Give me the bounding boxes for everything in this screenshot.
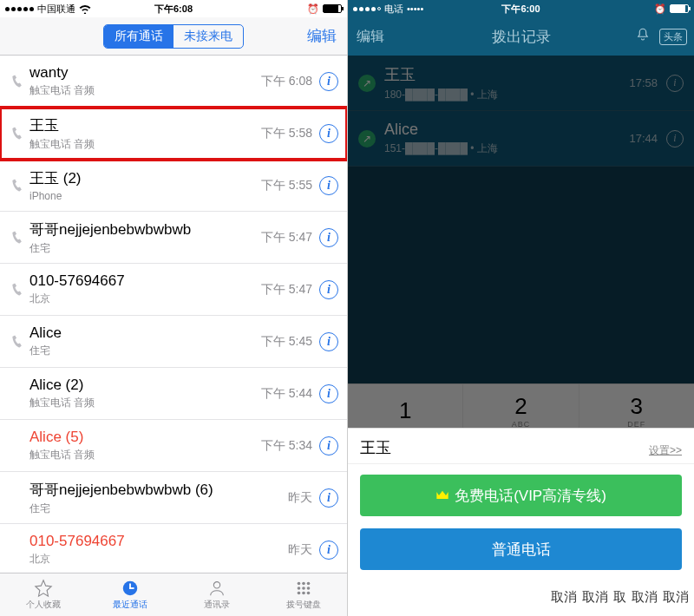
call-name: wanty: [29, 64, 261, 82]
info-button[interactable]: i: [319, 176, 338, 195]
call-row[interactable]: Alice住宅下午 5:45i: [0, 316, 347, 368]
call-subtitle: 触宝电话 音频: [29, 137, 261, 152]
info-button[interactable]: i: [319, 436, 338, 455]
normal-call-button[interactable]: 普通电话: [360, 528, 682, 570]
call-time: 下午 5:44: [261, 386, 312, 402]
call-subtitle: 北京: [29, 292, 261, 306]
cancel-button[interactable]: 取消: [551, 589, 577, 606]
info-button[interactable]: i: [319, 228, 338, 247]
call-name: Alice (2): [29, 377, 261, 394]
action-sheet: 王玉 设置>> 免费电话(VIP高清专线) 普通电话 取消取消取取消取消: [348, 428, 694, 616]
call-row[interactable]: 王玉触宝电话 音频下午 5:58i: [0, 108, 347, 160]
call-name: 哥哥nejjejenbebwbwbwb (6): [29, 480, 288, 500]
call-row[interactable]: Alice (5)触宝电话 音频下午 5:34i: [0, 420, 347, 472]
status-time: 下午6:08: [0, 3, 347, 16]
call-row[interactable]: wanty触宝电话 音频下午 6:08i: [0, 56, 347, 108]
tab-keypad[interactable]: 拨号键盘: [260, 573, 347, 616]
call-row[interactable]: 010-57694667北京昨天i: [0, 524, 347, 576]
seg-missed[interactable]: 未接来电: [174, 25, 243, 48]
bell-icon[interactable]: [635, 27, 651, 47]
outgoing-icon: [7, 335, 26, 348]
cancel-button[interactable]: 取消: [663, 589, 689, 606]
svg-point-3: [213, 582, 219, 588]
call-row[interactable]: Alice (2)触宝电话 音频下午 5:44i: [0, 368, 347, 420]
battery-icon: [323, 4, 342, 13]
svg-point-4: [298, 582, 301, 586]
status-bar: 电话 ••••• 下午6:00 ⏰: [348, 0, 694, 17]
right-phone: 电话 ••••• 下午6:00 ⏰ 编辑 拨出记录 头条 ↗王玉180-████…: [347, 0, 694, 616]
call-time: 下午 5:47: [261, 230, 312, 246]
header-title: 拨出记录: [492, 27, 551, 47]
svg-point-12: [307, 592, 311, 595]
svg-point-7: [298, 587, 301, 590]
call-time: 昨天: [288, 490, 312, 506]
call-time: 下午 5:47: [261, 282, 312, 298]
status-time: 下午6:00: [348, 3, 694, 16]
svg-point-10: [298, 592, 301, 595]
info-button[interactable]: i: [319, 280, 338, 299]
call-name: Alice (5): [29, 429, 261, 446]
call-subtitle: 住宅: [29, 241, 261, 256]
status-bar: 中国联通 下午6:08 ⏰: [0, 0, 347, 17]
call-name: 王玉 (2): [29, 168, 261, 188]
recents-header: 所有通话 未接来电 编辑: [0, 17, 347, 56]
call-subtitle: 触宝电话 音频: [29, 83, 261, 98]
call-subtitle: 北京: [29, 552, 288, 567]
svg-point-5: [302, 582, 305, 586]
info-button[interactable]: i: [319, 124, 338, 143]
tab-recents[interactable]: 最近通话: [87, 573, 174, 616]
headline-button[interactable]: 头条: [659, 29, 687, 45]
dimmed-content: ↗王玉180-████-████ • 上海17:58i↗Alice151-███…: [348, 56, 694, 437]
cancel-button[interactable]: 取消: [582, 589, 608, 606]
call-row[interactable]: 010-57694667北京下午 5:47i: [0, 264, 347, 316]
cancel-button[interactable]: 取: [613, 589, 626, 606]
tab-bar: 个人收藏 最近通话 通讯录 拨号键盘: [0, 573, 347, 616]
info-button[interactable]: i: [319, 72, 338, 91]
call-subtitle: 触宝电话 音频: [29, 448, 261, 462]
call-time: 下午 5:45: [261, 334, 312, 350]
cancel-button[interactable]: 取消: [632, 589, 658, 606]
battery-icon: [670, 4, 689, 13]
left-phone: 中国联通 下午6:08 ⏰ 所有通话 未接来电 编辑 wanty触宝电话 音频下…: [0, 0, 347, 616]
call-row[interactable]: 哥哥nejjejenbebwbwbwb住宅下午 5:47i: [0, 212, 347, 264]
cancel-row: 取消取消取取消取消: [348, 570, 694, 616]
svg-point-11: [302, 592, 305, 595]
outgoing-icon: [7, 231, 26, 244]
call-name: 王玉: [29, 115, 261, 135]
info-button[interactable]: i: [319, 332, 338, 351]
svg-point-9: [307, 587, 311, 590]
call-time: 下午 6:08: [261, 74, 312, 89]
sheet-contact-name: 王玉: [360, 437, 391, 458]
call-subtitle: 住宅: [29, 501, 288, 516]
svg-point-6: [307, 582, 311, 586]
call-time: 下午 5:55: [261, 178, 312, 193]
info-button[interactable]: i: [319, 541, 338, 560]
info-button[interactable]: i: [319, 384, 338, 403]
crown-icon: [435, 489, 449, 501]
outgoing-icon: [7, 75, 26, 88]
edit-button[interactable]: 编辑: [307, 26, 337, 46]
seg-all[interactable]: 所有通话: [104, 25, 174, 48]
sheet-settings-link[interactable]: 设置>>: [649, 443, 682, 458]
segmented-control[interactable]: 所有通话 未接来电: [103, 24, 244, 49]
back-button[interactable]: 编辑: [357, 28, 384, 46]
call-row[interactable]: 王玉 (2)iPhone下午 5:55i: [0, 160, 347, 212]
call-subtitle: 住宅: [29, 344, 261, 358]
free-call-button[interactable]: 免费电话(VIP高清专线): [360, 475, 682, 516]
outgoing-icon: [7, 283, 26, 296]
call-subtitle: 触宝电话 音频: [29, 396, 261, 410]
call-list[interactable]: wanty触宝电话 音频下午 6:08i王玉触宝电话 音频下午 5:58i王玉 …: [0, 56, 347, 602]
svg-point-8: [302, 587, 305, 590]
tab-favorites[interactable]: 个人收藏: [0, 573, 87, 616]
call-row[interactable]: 哥哥nejjejenbebwbwbwb (6)住宅昨天i: [0, 472, 347, 524]
call-time: 昨天: [288, 542, 312, 558]
call-name: 010-57694667: [29, 272, 261, 290]
info-button[interactable]: i: [319, 488, 338, 508]
call-time: 下午 5:58: [261, 126, 312, 141]
records-header: 编辑 拨出记录 头条: [348, 17, 694, 56]
call-name: Alice: [29, 324, 261, 342]
call-name: 哥哥nejjejenbebwbwbwb: [29, 220, 261, 239]
svg-rect-2: [129, 587, 134, 589]
tab-contacts[interactable]: 通讯录: [174, 573, 260, 616]
outgoing-icon: [7, 179, 26, 192]
